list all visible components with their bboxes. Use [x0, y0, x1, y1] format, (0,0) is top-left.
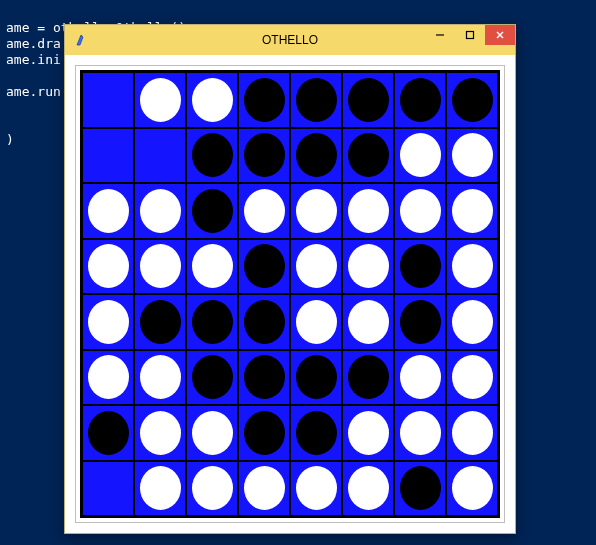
black-disc: [244, 244, 285, 288]
board-cell[interactable]: [342, 350, 394, 406]
board-cell[interactable]: [290, 183, 342, 239]
board-cell[interactable]: [394, 72, 446, 128]
board-cell[interactable]: [238, 72, 290, 128]
white-disc: [348, 300, 389, 344]
black-disc: [400, 466, 441, 510]
board-cell[interactable]: [342, 294, 394, 350]
board-cell[interactable]: [238, 350, 290, 406]
code-line: ame.ini: [6, 52, 61, 67]
board-cell[interactable]: [82, 128, 134, 184]
board-cell[interactable]: [134, 239, 186, 295]
board-cell[interactable]: [238, 294, 290, 350]
board-cell[interactable]: [446, 294, 498, 350]
board-cell[interactable]: [290, 239, 342, 295]
white-disc: [244, 466, 285, 510]
close-button[interactable]: [485, 25, 515, 45]
black-disc: [244, 78, 285, 122]
board-cell[interactable]: [238, 461, 290, 517]
board-cell[interactable]: [290, 294, 342, 350]
game-canvas: [65, 55, 515, 533]
board-cell[interactable]: [446, 239, 498, 295]
board-cell[interactable]: [394, 294, 446, 350]
black-disc: [348, 78, 389, 122]
board-cell[interactable]: [446, 350, 498, 406]
black-disc: [296, 411, 337, 455]
white-disc: [348, 244, 389, 288]
board-cell[interactable]: [446, 461, 498, 517]
white-disc: [348, 411, 389, 455]
white-disc: [192, 466, 233, 510]
board-cell[interactable]: [342, 128, 394, 184]
board-cell[interactable]: [134, 405, 186, 461]
minimize-button[interactable]: [425, 25, 455, 45]
board-cell[interactable]: [238, 128, 290, 184]
white-disc: [296, 466, 337, 510]
board-cell[interactable]: [446, 72, 498, 128]
board-cell[interactable]: [290, 461, 342, 517]
board-cell[interactable]: [446, 183, 498, 239]
board-cell[interactable]: [342, 405, 394, 461]
black-disc: [348, 355, 389, 399]
board-cell[interactable]: [394, 239, 446, 295]
board-cell[interactable]: [394, 128, 446, 184]
board-cell[interactable]: [82, 294, 134, 350]
svg-rect-1: [467, 32, 474, 39]
board-cell[interactable]: [134, 294, 186, 350]
board-cell[interactable]: [394, 405, 446, 461]
board-cell[interactable]: [394, 350, 446, 406]
maximize-button[interactable]: [455, 25, 485, 45]
board-cell[interactable]: [446, 405, 498, 461]
board-cell[interactable]: [342, 72, 394, 128]
board-cell[interactable]: [134, 461, 186, 517]
board-cell[interactable]: [186, 239, 238, 295]
board-cell[interactable]: [238, 239, 290, 295]
board-cell[interactable]: [134, 128, 186, 184]
board-cell[interactable]: [82, 239, 134, 295]
board-cell[interactable]: [446, 128, 498, 184]
board-cell[interactable]: [342, 461, 394, 517]
white-disc: [452, 244, 493, 288]
othello-board[interactable]: [80, 70, 500, 518]
board-cell[interactable]: [82, 350, 134, 406]
board-cell[interactable]: [186, 183, 238, 239]
board-cell[interactable]: [186, 405, 238, 461]
board-cell[interactable]: [186, 72, 238, 128]
board-cell[interactable]: [82, 72, 134, 128]
white-disc: [88, 244, 129, 288]
board-cell[interactable]: [186, 294, 238, 350]
board-cell[interactable]: [82, 405, 134, 461]
board-cell[interactable]: [186, 128, 238, 184]
board-cell[interactable]: [290, 72, 342, 128]
white-disc: [452, 133, 493, 177]
black-disc: [244, 300, 285, 344]
board-cell[interactable]: [290, 405, 342, 461]
board-cell[interactable]: [342, 183, 394, 239]
tk-feather-icon: [73, 32, 89, 48]
board-cell[interactable]: [82, 461, 134, 517]
white-disc: [400, 355, 441, 399]
white-disc: [400, 411, 441, 455]
black-disc: [400, 244, 441, 288]
board-cell[interactable]: [342, 239, 394, 295]
board-cell[interactable]: [394, 183, 446, 239]
board-cell[interactable]: [290, 128, 342, 184]
black-disc: [348, 133, 389, 177]
board-cell[interactable]: [186, 461, 238, 517]
black-disc: [400, 78, 441, 122]
board-cell[interactable]: [134, 183, 186, 239]
board-cell[interactable]: [238, 183, 290, 239]
black-disc: [192, 189, 233, 233]
board-cell[interactable]: [186, 350, 238, 406]
white-disc: [244, 189, 285, 233]
white-disc: [140, 466, 181, 510]
board-cell[interactable]: [394, 461, 446, 517]
board-cell[interactable]: [134, 350, 186, 406]
window-titlebar[interactable]: OTHELLO: [65, 25, 515, 55]
white-disc: [400, 133, 441, 177]
white-disc: [348, 466, 389, 510]
board-cell[interactable]: [134, 72, 186, 128]
board-cell[interactable]: [82, 183, 134, 239]
board-cell[interactable]: [290, 350, 342, 406]
board-cell[interactable]: [238, 405, 290, 461]
white-disc: [88, 355, 129, 399]
